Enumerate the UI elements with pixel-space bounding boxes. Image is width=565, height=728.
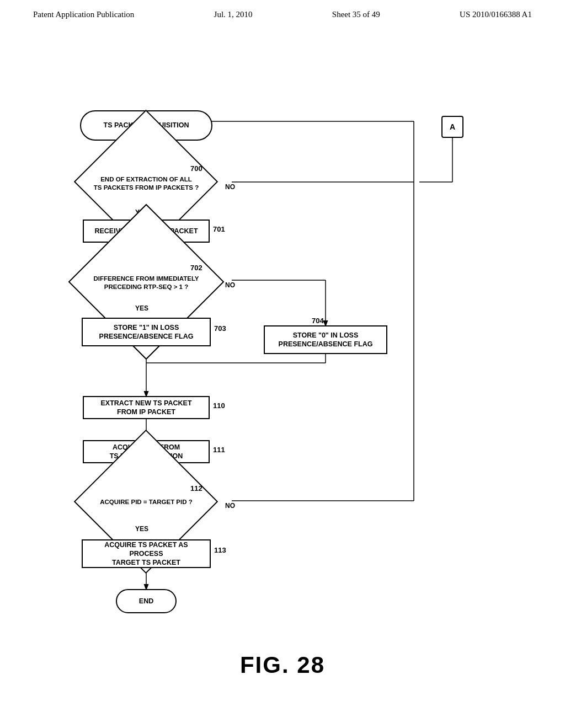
header-patent: US 2010/0166388 A1 bbox=[460, 10, 532, 19]
label-113: 113 bbox=[214, 546, 226, 554]
node-702: DIFFERENCE FROM IMMEDIATELY PRECEDING RT… bbox=[61, 256, 232, 309]
label-700: 700 bbox=[190, 164, 202, 173]
label-701: 701 bbox=[213, 225, 225, 233]
no-702: NO bbox=[225, 281, 235, 289]
node-113: ACQUIRE TS PACKET AS PROCESS TARGET TS P… bbox=[82, 539, 211, 568]
node-110: EXTRACT NEW TS PACKET FROM IP PACKET bbox=[83, 396, 210, 419]
end-box: END bbox=[116, 589, 177, 613]
label-112: 112 bbox=[190, 484, 202, 493]
page-header: Patent Application Publication Jul. 1, 2… bbox=[0, 0, 565, 19]
fig-label: FIG. 28 bbox=[0, 652, 565, 678]
label-703: 703 bbox=[214, 324, 226, 333]
ref-a-box: A bbox=[441, 116, 463, 138]
label-702: 702 bbox=[190, 264, 202, 272]
no-700: NO bbox=[225, 183, 235, 191]
label-110: 110 bbox=[213, 402, 225, 410]
yes-702: YES bbox=[135, 304, 148, 312]
no-112: NO bbox=[225, 502, 235, 510]
header-publication: Patent Application Publication bbox=[33, 10, 134, 19]
yes-112: YES bbox=[135, 525, 148, 533]
flow-lines bbox=[0, 44, 565, 695]
header-date: Jul. 1, 2010 bbox=[214, 10, 253, 19]
node-703: STORE "1" IN LOSS PRESENCE/ABSENCE FLAG bbox=[82, 318, 211, 346]
label-111: 111 bbox=[213, 446, 225, 454]
node-704: STORE "0" IN LOSS PRESENCE/ABSENCE FLAG bbox=[264, 325, 387, 354]
header-sheet: Sheet 35 of 49 bbox=[332, 10, 380, 19]
label-704: 704 bbox=[312, 317, 324, 325]
diagram-area: TS PACKET ACQUISITION A END OF EXTRACTIO… bbox=[0, 44, 565, 695]
